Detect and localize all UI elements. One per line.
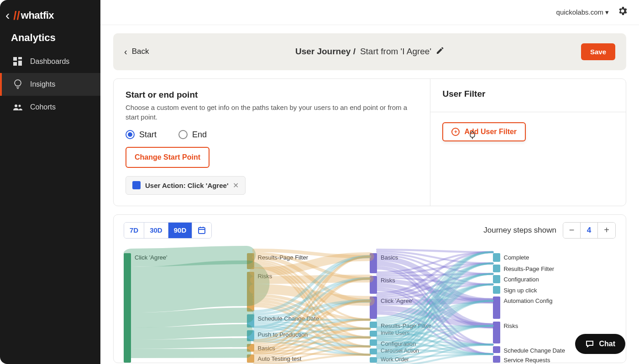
user-filter-panel: User Filter + Add User Filter <box>430 79 626 206</box>
sankey-chart: Click 'Agree'Results-Page FilterRisksSch… <box>124 244 616 363</box>
sankey-node-label: Basics <box>381 254 398 261</box>
sankey-node[interactable] <box>493 356 500 363</box>
event-chip-icon <box>132 181 141 189</box>
start-end-desc: Choose a custom event to get info on the… <box>126 103 418 122</box>
domain-label: quickolabs.com <box>556 8 603 16</box>
brand-logo[interactable]: // whatfix <box>13 9 54 23</box>
save-button[interactable]: Save <box>581 43 615 60</box>
steps-value: 4 <box>581 223 598 238</box>
sankey-node[interactable] <box>370 331 377 336</box>
sankey-node-label: Schedule Change Date <box>258 315 319 322</box>
sankey-node[interactable] <box>493 275 500 283</box>
app-root: ‹ // whatfix Analytics Dashboards Insigh… <box>0 0 639 364</box>
sankey-node-label: Risks <box>504 322 519 329</box>
user-filter-title: User Filter <box>442 89 614 99</box>
sankey-node[interactable] <box>247 272 254 312</box>
sankey-node-label: Configuration <box>504 276 539 283</box>
sankey-node-label: Work Order <box>381 356 409 363</box>
sankey-node[interactable] <box>247 344 254 352</box>
radio-end[interactable]: End <box>178 130 207 140</box>
back-link[interactable]: ‹ Back <box>124 47 149 57</box>
chat-label: Chat <box>599 340 615 348</box>
cursor-icon <box>469 130 476 141</box>
back-chevron-icon[interactable]: ‹ <box>5 8 10 23</box>
svg-rect-2 <box>18 61 22 66</box>
sankey-node-label: Complete <box>504 254 529 261</box>
sankey-node[interactable] <box>493 253 500 262</box>
caret-down-icon: ▾ <box>605 8 609 16</box>
sankey-node-label: Push to Production <box>258 331 308 338</box>
steps-wrap: Journey steps shown − 4 + <box>483 222 616 239</box>
steps-stepper: − 4 + <box>563 222 616 239</box>
sidebar-item-insights[interactable]: Insights <box>0 73 100 96</box>
sankey-node-label: Carousel Action <box>381 348 419 354</box>
radio-start[interactable]: Start <box>126 130 157 140</box>
event-chip[interactable]: User Action: Click 'Agree' ✕ <box>126 176 246 195</box>
dashboard-icon <box>13 57 23 67</box>
sankey-node[interactable] <box>493 286 500 294</box>
sankey-node[interactable] <box>247 330 254 341</box>
sidebar-item-dashboards[interactable]: Dashboards <box>0 50 100 73</box>
content: ‹ Back User Journey / Start from 'I Agre… <box>100 25 639 364</box>
lightbulb-icon <box>13 79 23 89</box>
breadcrumb-title: Start from 'I Agree' <box>360 47 431 57</box>
sidebar-item-label: Insights <box>30 80 55 88</box>
range-30d[interactable]: 30D <box>144 223 168 238</box>
sankey-node-label: Results-Page Filter <box>381 322 431 329</box>
sankey-node[interactable] <box>247 314 254 328</box>
sankey-node[interactable] <box>493 265 500 272</box>
radio-end-label: End <box>192 130 207 140</box>
sidebar-item-label: Cohorts <box>30 103 56 111</box>
settings-gear-icon[interactable] <box>617 5 628 19</box>
chat-widget[interactable]: Chat <box>575 334 625 354</box>
sankey-node[interactable] <box>124 253 131 363</box>
user-filter-body: + Add User Filter <box>430 112 626 206</box>
sankey-node-label: Click 'Agree' <box>381 297 413 304</box>
sankey-node-label: Results-Page Filter <box>258 254 309 261</box>
sankey-node[interactable] <box>247 253 254 269</box>
breadcrumb-root: User Journey / <box>295 47 356 57</box>
steps-label: Journey steps shown <box>483 226 556 235</box>
plus-circle-icon: + <box>451 128 460 136</box>
radio-unchecked-icon <box>178 130 188 139</box>
range-calendar[interactable] <box>192 223 211 238</box>
sankey-node[interactable] <box>493 322 500 344</box>
sankey-node-label: Schedule Change Date <box>504 347 565 354</box>
journey-toolbar: 7D 30D 90D Journey steps shown − 4 + <box>124 222 616 239</box>
sankey-node[interactable] <box>370 296 377 319</box>
sankey-node-label: Automation Config <box>504 297 553 304</box>
sankey-node[interactable] <box>370 357 377 363</box>
sankey-node[interactable] <box>370 276 377 294</box>
sankey-node[interactable] <box>370 339 377 346</box>
config-row: Start or end point Choose a custom event… <box>113 78 626 206</box>
sidebar-item-cohorts[interactable]: Cohorts <box>0 96 100 119</box>
sankey-node[interactable] <box>493 296 500 319</box>
event-chip-label: User Action: Click 'Agree' <box>145 182 228 189</box>
radio-row: Start End <box>126 130 418 140</box>
calendar-icon <box>198 226 206 234</box>
svg-point-6 <box>15 104 17 107</box>
logo-mark-icon: // <box>13 9 20 23</box>
main: quickolabs.com ▾ ‹ Back User Journey / S… <box>100 0 639 364</box>
sankey-node[interactable] <box>370 322 377 328</box>
sankey-node[interactable] <box>247 354 254 363</box>
sankey-node[interactable] <box>493 346 500 353</box>
change-start-button[interactable]: Change Start Point <box>126 147 210 168</box>
range-90d[interactable]: 90D <box>168 223 193 238</box>
sankey-node[interactable] <box>370 253 377 273</box>
sankey-node[interactable] <box>370 348 377 354</box>
radio-checked-icon <box>126 130 135 139</box>
sankey-node-label: Service Requests <box>504 357 550 364</box>
chat-icon <box>585 339 594 348</box>
domain-selector[interactable]: quickolabs.com ▾ <box>556 8 609 16</box>
sankey-node-label: Click 'Agree' <box>135 254 167 261</box>
steps-increment[interactable]: + <box>598 223 615 238</box>
sankey-node-label: Invite Users <box>381 330 409 336</box>
svg-rect-1 <box>18 57 22 59</box>
range-7d[interactable]: 7D <box>124 223 144 238</box>
user-filter-head: User Filter <box>430 79 626 112</box>
edit-icon[interactable] <box>436 47 444 57</box>
chip-close-icon[interactable]: ✕ <box>233 181 239 190</box>
steps-decrement[interactable]: − <box>563 223 581 238</box>
add-user-filter-button[interactable]: + Add User Filter <box>442 122 526 141</box>
